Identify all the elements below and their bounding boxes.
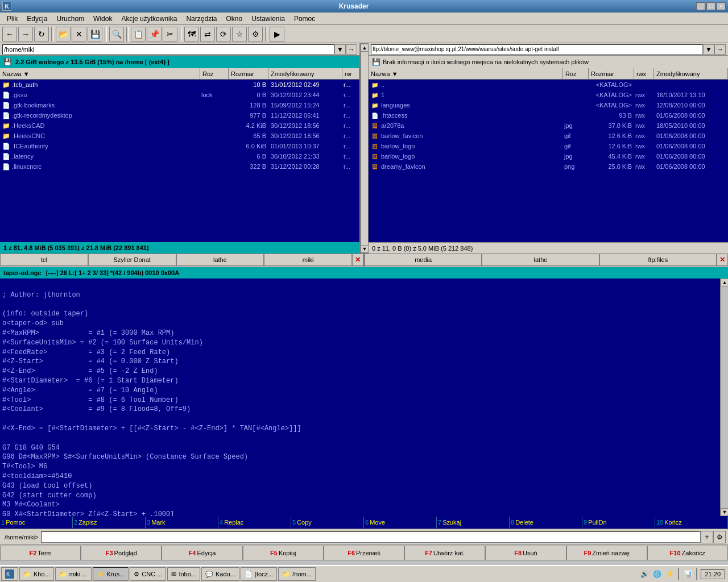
bottom-fkey-f5[interactable]: F5Kopiuj <box>243 546 324 560</box>
table-row[interactable]: 📄 .gtk-bookmarks128 B15/09/2012 15:24r..… <box>0 100 359 110</box>
table-row[interactable]: 📁 .tcb_auth10 B31/01/2012 02:49r... <box>0 80 359 90</box>
fkey-2[interactable]: 2Zapisz <box>73 517 146 528</box>
tb-refresh-button[interactable]: ↻ <box>34 27 49 41</box>
menu-akcje[interactable]: Akcje użytkownika <box>117 14 181 24</box>
right-col-rwx[interactable]: rwx <box>634 68 654 79</box>
bookmark-lathe-left[interactable]: lathe <box>176 253 264 266</box>
close-button[interactable]: × <box>717 2 726 10</box>
editor-scroll-up[interactable]: ▲ <box>721 278 728 286</box>
table-row[interactable]: 📄 .ICEauthority6.0 KiB01/01/2013 10:37r.… <box>0 141 359 151</box>
tb-forward-button[interactable]: → <box>18 27 33 41</box>
systray-network-icon[interactable]: 🌐 <box>652 569 662 579</box>
table-row[interactable]: 📄.htaccess93 Brwx01/06/2008 00:00 <box>369 110 728 120</box>
tb-history-button[interactable]: ⟳ <box>216 27 231 41</box>
right-path-input[interactable] <box>371 44 703 55</box>
fkey-6[interactable]: 6Move <box>364 517 437 528</box>
table-row[interactable]: 🖼barlow_logojpg45.4 KiBrwx01/06/2008 00:… <box>369 151 728 161</box>
menu-narzedzia[interactable]: Narzędzia <box>181 14 221 24</box>
table-row[interactable]: 🖼ar2078ajpg37.0 KiBrwx18/05/2010 00:00 <box>369 120 728 131</box>
bottom-fkey-f7[interactable]: F7Utwórz kat. <box>404 546 485 560</box>
table-row[interactable]: 📁..<KATALOG> <box>369 80 728 90</box>
right-path-arrow[interactable]: ▼ <box>703 44 714 55</box>
editor-scroll-down[interactable]: ▼ <box>721 508 728 516</box>
taskbar-tocz[interactable]: 📄[tocz... <box>241 567 277 581</box>
fkey-4[interactable]: 4Replac <box>218 517 291 528</box>
cmd-btn-add[interactable]: + <box>701 531 713 543</box>
table-row[interactable]: 📄 .linuxcncrc322 B31/12/2012 00:28r... <box>0 161 359 172</box>
tb-back-button[interactable]: ← <box>2 27 17 41</box>
taskbar-miki[interactable]: 📁miki ... <box>55 567 92 581</box>
bottom-fkey-f8[interactable]: F8Usuń <box>485 546 566 560</box>
tb-save-button[interactable]: 💾 <box>88 27 102 41</box>
right-file-list[interactable]: 📁..<KATALOG> 📁1<KATALOG>rwx16/10/2012 13… <box>369 80 728 242</box>
menu-okno[interactable]: Okno <box>221 14 247 24</box>
taskbar-hom[interactable]: 📁/hom... <box>278 567 316 581</box>
taskbar-start[interactable]: K <box>1 567 18 581</box>
table-row[interactable]: 📁languages<KATALOG>rwx12/08/2010 00:00 <box>369 100 728 110</box>
tb-settings-button[interactable]: ⚙ <box>248 27 263 41</box>
taskbar-inbo[interactable]: ✉Inbo... <box>167 567 200 581</box>
menu-widok[interactable]: Widok <box>89 14 117 24</box>
tb-nav-button[interactable]: 🗺 <box>184 27 199 41</box>
bottom-fkey-f9[interactable]: F9Zmień nazwę <box>566 546 647 560</box>
table-row[interactable]: 📁1<KATALOG>rwx16/10/2012 13:10 <box>369 90 728 100</box>
tb-bookmark-button[interactable]: ☆ <box>232 27 247 41</box>
bottom-fkey-f6[interactable]: F6Przenieś <box>324 546 404 560</box>
bookmark-miki[interactable]: miki <box>264 253 352 266</box>
taskbar-kho[interactable]: 📁Kho... <box>19 567 54 581</box>
left-col-rw[interactable]: rw <box>342 68 359 79</box>
table-row[interactable]: 📁 .HeeksCNC65 B30/12/2012 18:56r... <box>0 131 359 141</box>
fkey-9[interactable]: 9PullDn <box>582 517 655 528</box>
left-col-name[interactable]: Nazwa ▼ <box>0 68 200 79</box>
fkey-8[interactable]: 8Delete <box>510 517 582 528</box>
left-path-arrow[interactable]: ▼ <box>334 44 346 55</box>
right-bookmark-close[interactable]: ✕ <box>717 253 728 266</box>
taskbar-krus[interactable]: ⚡Krus... <box>93 567 129 581</box>
systray-audio-icon[interactable]: 🔊 <box>639 569 650 579</box>
menu-pomoc[interactable]: Pomoc <box>289 14 320 24</box>
table-row[interactable]: 📄 .gksulock0 B30/12/2012 23:44r... <box>0 90 359 100</box>
bottom-fkey-f2[interactable]: F2Term <box>0 546 81 560</box>
fkey-1[interactable]: 1Pomoc <box>0 517 73 528</box>
table-row[interactable]: 🖼barlow_favicongif12.6 KiBrwx01/06/2008 … <box>369 131 728 141</box>
left-file-list[interactable]: 📁 .tcb_auth10 B31/01/2012 02:49r... 📄 .g… <box>0 80 359 242</box>
tb-copy-button[interactable]: 📋 <box>131 27 146 41</box>
menu-ustawienia[interactable]: Ustawienia <box>247 14 289 24</box>
table-row[interactable]: 🖼barlow_logogif12.6 KiBrwx01/06/2008 00:… <box>369 141 728 151</box>
left-bookmark-close[interactable]: ✕ <box>352 253 363 266</box>
tb-sync-button[interactable]: ⇄ <box>200 27 215 41</box>
bookmark-lathe-right[interactable]: lathe <box>482 253 599 266</box>
table-row[interactable]: 📄 .gtk-recordmydesktop977 B11/12/2012 06… <box>0 110 359 120</box>
tb-terminal-button[interactable]: ▶ <box>270 27 284 41</box>
left-path-go[interactable]: → <box>346 44 357 55</box>
left-path-input[interactable] <box>2 44 334 55</box>
menu-plik[interactable]: Plik <box>2 14 22 24</box>
tb-cut-button[interactable]: ✂ <box>163 27 177 41</box>
right-col-roz[interactable]: Roz <box>563 68 589 79</box>
systray-power-icon[interactable]: ⚡ <box>664 569 675 579</box>
left-col-zmod[interactable]: Zmodyfikowany <box>268 68 342 79</box>
taskbar-cnc[interactable]: ⚙CNC ... <box>130 567 166 581</box>
bookmark-media[interactable]: media <box>365 253 482 266</box>
fkey-3[interactable]: 3Mark <box>146 517 218 528</box>
tb-paste-button[interactable]: 📌 <box>147 27 162 41</box>
bookmark-tcl[interactable]: tcl <box>0 253 88 266</box>
scroll-down-btn[interactable]: ▼ <box>361 245 369 253</box>
cmd-btn-settings[interactable]: ⚙ <box>713 531 726 543</box>
minimize-button[interactable]: _ <box>696 2 705 10</box>
table-row[interactable]: 🖼dreamy_faviconpng25.0 KiBrwx01/06/2008 … <box>369 161 728 172</box>
editor-content[interactable]: ; Author: jthornton (info: outside taper… <box>0 278 720 516</box>
bottom-fkey-f10[interactable]: F10Zakończ <box>647 546 728 560</box>
maximize-button[interactable]: □ <box>706 2 715 10</box>
fkey-10[interactable]: 10Kończ <box>655 517 728 528</box>
table-row[interactable]: 📄 .latency6 B30/10/2012 21:33r... <box>0 151 359 161</box>
bookmark-ftpfiles[interactable]: ftp:files <box>599 253 717 266</box>
right-col-name[interactable]: Nazwa ▼ <box>369 68 563 79</box>
scroll-up-btn[interactable]: ▲ <box>361 44 369 52</box>
left-col-rozmiar[interactable]: Rozmiar <box>229 68 268 79</box>
right-col-rozmiar[interactable]: Rozmiar <box>589 68 634 79</box>
editor-scrollbar[interactable]: ▲ ▼ <box>720 278 728 516</box>
right-col-zmod[interactable]: Zmodyfikowany <box>654 68 728 79</box>
fkey-5[interactable]: 5Copy <box>291 517 364 528</box>
menu-edycja[interactable]: Edycja <box>22 14 52 24</box>
